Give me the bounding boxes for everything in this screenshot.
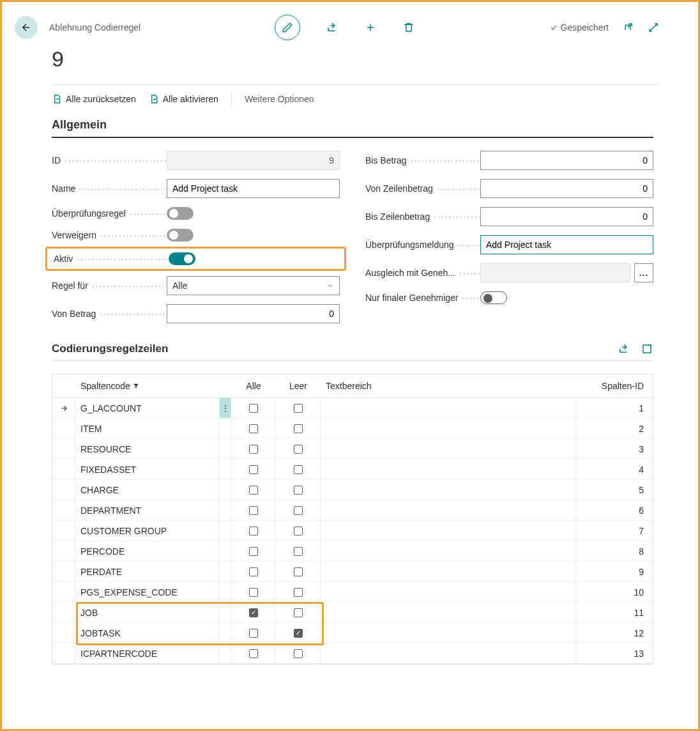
reset-all-action[interactable]: Alle zurücksetzen <box>52 94 136 104</box>
cell-empty[interactable] <box>276 500 321 520</box>
table-row[interactable]: JOBTASK12 <box>52 623 653 643</box>
cell-text[interactable] <box>321 623 576 643</box>
checkbox[interactable] <box>249 588 258 597</box>
row-menu-button[interactable]: ⋮ <box>220 398 231 418</box>
row-menu-button[interactable] <box>220 562 231 581</box>
checkbox[interactable] <box>294 445 303 454</box>
row-selector[interactable] <box>52 582 75 602</box>
to-line-amount-field[interactable] <box>480 207 653 226</box>
lines-expand-button[interactable] <box>641 342 653 355</box>
cell-empty[interactable] <box>276 623 321 643</box>
cell-empty[interactable] <box>276 643 321 663</box>
checkbox[interactable] <box>249 629 258 638</box>
cell-code[interactable]: G_LACCOUNT <box>75 398 220 418</box>
cell-all[interactable] <box>231 459 276 479</box>
checkbox[interactable] <box>294 608 303 617</box>
row-selector[interactable] <box>52 562 75 581</box>
row-selector[interactable] <box>52 500 75 520</box>
row-menu-button[interactable] <box>220 541 231 561</box>
table-row[interactable]: DEPARTMENT6 <box>52 500 653 521</box>
checkbox[interactable] <box>294 506 303 515</box>
cell-text[interactable] <box>321 643 576 663</box>
row-menu-button[interactable] <box>220 500 231 520</box>
cell-code[interactable]: PERCODE <box>75 541 220 561</box>
lines-share-button[interactable] <box>618 342 630 355</box>
cell-empty[interactable] <box>276 398 321 418</box>
cell-all[interactable] <box>231 521 276 541</box>
cell-all[interactable] <box>231 603 276 622</box>
row-selector[interactable] <box>52 419 75 438</box>
checkbox[interactable] <box>249 567 258 576</box>
checkbox[interactable] <box>294 567 303 576</box>
name-field[interactable] <box>167 179 340 198</box>
new-button[interactable] <box>364 21 377 34</box>
col-text-header[interactable]: Textbereich <box>321 374 576 397</box>
row-menu-button[interactable] <box>220 582 231 602</box>
cell-code[interactable]: ICPARTNERCODE <box>75 643 220 663</box>
cell-code[interactable]: FIXEDASSET <box>75 459 220 479</box>
checkbox[interactable] <box>294 649 303 658</box>
table-row[interactable]: RESOURCE3 <box>52 439 653 459</box>
cell-code[interactable]: JOBTASK <box>75 623 220 643</box>
row-selector[interactable] <box>52 623 75 643</box>
row-selector[interactable] <box>52 603 75 622</box>
checkbox[interactable] <box>294 547 303 556</box>
row-selector[interactable] <box>52 521 75 541</box>
cell-text[interactable] <box>321 419 576 438</box>
table-row[interactable]: ICPARTNERCODE13 <box>52 643 653 664</box>
checkbox[interactable] <box>294 465 303 474</box>
popout-button[interactable] <box>621 21 634 34</box>
cell-all[interactable] <box>231 439 276 459</box>
checkbox[interactable] <box>294 424 303 433</box>
table-row[interactable]: CUSTOMER GROUP7 <box>52 521 653 541</box>
checkbox[interactable] <box>249 486 258 495</box>
cell-text[interactable] <box>321 562 576 581</box>
cell-all[interactable] <box>231 562 276 581</box>
col-empty-header[interactable]: Leer <box>276 374 321 397</box>
row-selector[interactable] <box>52 541 75 561</box>
checkbox[interactable] <box>294 486 303 495</box>
cell-empty[interactable] <box>276 562 321 581</box>
cell-code[interactable]: ITEM <box>75 419 220 438</box>
row-menu-button[interactable] <box>220 480 231 500</box>
cell-empty[interactable] <box>276 480 321 500</box>
cell-all[interactable] <box>231 480 276 500</box>
table-row[interactable]: CHARGE5 <box>52 480 653 500</box>
row-menu-button[interactable] <box>220 603 231 622</box>
rule-for-select[interactable]: Alle <box>167 276 340 295</box>
cell-code[interactable]: JOB <box>75 603 220 622</box>
share-button[interactable] <box>326 21 339 34</box>
checkbox[interactable] <box>294 629 303 638</box>
cell-code[interactable]: CUSTOMER GROUP <box>75 521 220 541</box>
cell-text[interactable] <box>321 603 576 622</box>
cell-text[interactable] <box>321 398 576 418</box>
cell-empty[interactable] <box>276 521 321 541</box>
cell-all[interactable] <box>231 419 276 438</box>
cell-text[interactable] <box>321 459 576 479</box>
checkbox[interactable] <box>294 588 303 597</box>
row-selector[interactable] <box>52 439 75 459</box>
delete-button[interactable] <box>402 21 415 34</box>
col-id-header[interactable]: Spalten-ID <box>576 374 653 397</box>
cell-empty[interactable] <box>276 582 321 602</box>
cell-code[interactable]: RESOURCE <box>75 439 220 459</box>
cell-all[interactable] <box>231 500 276 520</box>
expand-button[interactable] <box>647 21 660 34</box>
checkbox[interactable] <box>249 404 258 413</box>
cell-text[interactable] <box>321 439 576 459</box>
row-menu-button[interactable] <box>220 623 231 643</box>
activate-all-action[interactable]: Alle aktivieren <box>149 94 218 104</box>
checkbox[interactable] <box>249 424 258 433</box>
cell-all[interactable] <box>231 623 276 643</box>
cell-all[interactable] <box>231 643 276 663</box>
checkbox[interactable] <box>294 527 303 535</box>
table-row[interactable]: JOB11 <box>52 603 653 623</box>
cell-empty[interactable] <box>276 603 321 622</box>
row-selector[interactable] <box>52 459 75 479</box>
row-selector[interactable] <box>52 398 75 418</box>
row-menu-button[interactable] <box>220 521 231 541</box>
active-toggle[interactable] <box>169 252 195 265</box>
cell-code[interactable]: PGS_EXPENSE_CODE <box>75 582 220 602</box>
edit-button[interactable] <box>275 15 300 40</box>
from-line-amount-field[interactable] <box>480 179 653 198</box>
